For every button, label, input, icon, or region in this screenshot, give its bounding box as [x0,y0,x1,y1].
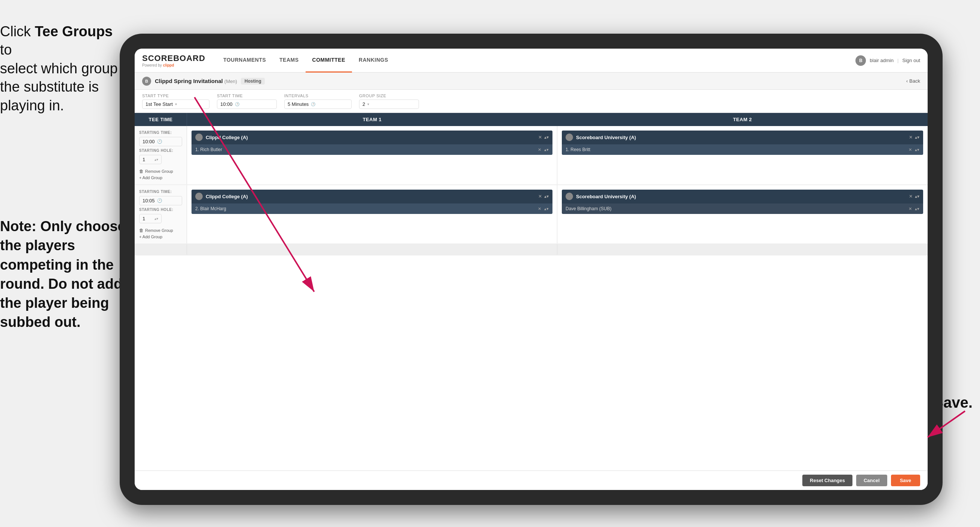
start-type-chevron: ▾ [175,102,177,106]
player-close-group1-team1-1[interactable]: ✕ [538,147,541,152]
header-tee-time: Tee Time [135,113,187,126]
tee-table: Tee Time Team 1 Team 2 STARTING TIME: 10… [135,113,928,471]
tablet-screen: SCOREBOARD Powered by clippd TOURNAMENTS… [135,49,928,490]
team2-name-group1: Scoreboard University (A) [576,135,906,140]
starting-hole-input-1[interactable]: 1 ▴▾ [139,155,162,164]
tee-sidebar-2: STARTING TIME: 10:05 🕐 STARTING HOLE: 1 … [135,185,187,244]
save-button[interactable]: Save [891,474,920,486]
intervals-icon: 🕐 [311,102,315,106]
time-icon-2: 🕐 [157,198,162,203]
player-close-group1-team2-1[interactable]: ✕ [908,147,912,152]
logo-powered: Powered by clippd [142,63,205,67]
team1-chevron-group1[interactable]: ▴▾ [544,135,549,140]
team2-close-group2[interactable]: ✕ [909,194,913,199]
sub-header: B Clippd Spring Invitational (Men) Hosti… [135,73,928,90]
team1-card-group2: Clippd College (A) ✕ ▴▾ 2. Blair McHarg … [191,189,552,214]
sign-out-link[interactable]: Sign out [902,57,920,63]
player-chevron-group2-team1-1[interactable]: ▴▾ [544,207,549,211]
nav-tournaments[interactable]: TOURNAMENTS [216,49,273,73]
start-time-field: Start Time 10:00 🕐 [217,94,277,109]
start-type-input[interactable]: 1st Tee Start ▾ [142,99,210,109]
team2-name-group2: Scoreboard University (A) [576,194,906,199]
remove-icon-2: 🗑 [139,228,144,233]
team2-col-group2: Scoreboard University (A) ✕ ▴▾ Dave Bill… [557,185,928,244]
starting-time-label-1: STARTING TIME: [139,131,182,135]
nav-teams[interactable]: TEAMS [273,49,305,73]
remove-group-1[interactable]: 🗑 Remove Group [139,169,182,174]
bottom-bar: Reset Changes Cancel Save [135,471,928,490]
group-size-chevron: ▾ [368,102,369,106]
navbar: SCOREBOARD Powered by clippd TOURNAMENTS… [135,49,928,73]
nav-links: TOURNAMENTS TEAMS COMMITTEE RANKINGS [216,49,856,73]
team1-col-group1: Clippd College (A) ✕ ▴▾ 1. Rich Butler ✕… [187,126,557,185]
team2-card-group1: Scoreboard University (A) ✕ ▴▾ 1. Rees B… [562,131,923,155]
team2-chevron-group1[interactable]: ▴▾ [915,135,920,140]
cancel-button[interactable]: Cancel [856,474,887,486]
add-group-1[interactable]: + Add Group [139,175,182,180]
start-time-input[interactable]: 10:00 🕐 [217,99,277,109]
team2-actions-group1: ✕ ▴▾ [909,135,920,140]
team1-col-group2: Clippd College (A) ✕ ▴▾ 2. Blair McHarg … [187,185,557,244]
team2-actions-group2: ✕ ▴▾ [909,194,920,199]
sidebar-actions-2: 🗑 Remove Group + Add Group [139,228,182,239]
settings-row: Start Type 1st Tee Start ▾ Start Time 10… [135,90,928,113]
back-button[interactable]: ‹ Back [906,78,920,84]
player-name-group1-team1-1: 1. Rich Butler [195,147,535,152]
nav-right: B blair admin | Sign out [856,55,920,66]
starting-time-input-2[interactable]: 10:05 🕐 [139,196,182,205]
team1-chevron-group2[interactable]: ▴▾ [544,194,549,199]
annotation-line1: Click Tee Groups toselect which groupthe… [0,24,118,113]
hosting-badge: Hosting [241,78,265,84]
team1-close-group2[interactable]: ✕ [538,194,542,199]
logo-clippd: clippd [163,63,174,67]
tee-sidebar-3 [135,244,187,255]
starting-hole-input-2[interactable]: 1 ▴▾ [139,214,162,223]
tee-group-3-partial [135,244,928,255]
team1-name-group2: Clippd College (A) [206,194,535,199]
annotation-bold-tee-groups: Tee Groups [35,24,113,39]
nav-avatar: B [856,55,866,66]
tee-sidebar-1: STARTING TIME: 10:00 🕐 STARTING HOLE: 1 … [135,126,187,185]
team1-actions-group2: ✕ ▴▾ [538,194,549,199]
player-chevron-group1-team1-1[interactable]: ▴▾ [544,147,549,152]
tee-group-1: STARTING TIME: 10:00 🕐 STARTING HOLE: 1 … [135,126,928,185]
player-chevron-group1-team2-1[interactable]: ▴▾ [915,147,920,152]
team2-close-group1[interactable]: ✕ [909,135,913,140]
player-row-group2-team1-1: 2. Blair McHarg ✕ ▴▾ [191,204,552,214]
player-chevron-group2-team2-1[interactable]: ▴▾ [915,207,920,211]
logo-area: SCOREBOARD Powered by clippd [142,54,205,67]
player-name-group1-team2-1: 1. Rees Britt [566,147,905,152]
player-row-group2-team2-1: Dave Billingham (SUB) ✕ ▴▾ [562,204,923,214]
tee-table-header: Tee Time Team 1 Team 2 [135,113,928,126]
remove-group-2[interactable]: 🗑 Remove Group [139,228,182,233]
annotation-note: Note: Only choosethe playerscompeting in… [0,217,127,332]
start-type-field: Start Type 1st Tee Start ▾ [142,94,210,109]
team2-logo-group1 [566,134,573,141]
reset-changes-button[interactable]: Reset Changes [802,474,853,486]
team1-col-group3 [187,244,557,255]
intervals-input[interactable]: 5 Minutes 🕐 [284,99,352,109]
team1-header-group1: Clippd College (A) ✕ ▴▾ [191,131,552,144]
tee-group-2: STARTING TIME: 10:05 🕐 STARTING HOLE: 1 … [135,185,928,244]
starting-time-input-1[interactable]: 10:00 🕐 [139,137,182,146]
annotation-top-left: Click Tee Groups toselect which groupthe… [0,22,120,115]
team1-close-group1[interactable]: ✕ [538,135,542,140]
team2-col-group3 [557,244,928,255]
player-close-group2-team2-1[interactable]: ✕ [908,207,912,211]
team2-chevron-group2[interactable]: ▴▾ [915,194,920,199]
player-row-group1-team2-1: 1. Rees Britt ✕ ▴▾ [562,144,923,155]
player-close-group2-team1-1[interactable]: ✕ [538,207,541,211]
add-group-2[interactable]: + Add Group [139,234,182,239]
hole-chevron-2: ▴▾ [154,217,158,221]
intervals-field: Intervals 5 Minutes 🕐 [284,94,352,109]
nav-committee[interactable]: COMMITTEE [305,49,352,73]
group-size-input[interactable]: 2 ▾ [359,99,419,109]
team1-name-group1: Clippd College (A) [206,135,535,140]
hole-chevron-1: ▴▾ [154,158,158,162]
starting-hole-label-1: STARTING HOLE: [139,148,182,153]
player-name-group2-team1-1: 2. Blair McHarg [195,206,535,211]
start-time-label: Start Time [217,94,277,98]
time-icon-1: 🕐 [157,139,162,144]
header-team2: Team 2 [557,113,928,126]
nav-rankings[interactable]: RANKINGS [352,49,395,73]
